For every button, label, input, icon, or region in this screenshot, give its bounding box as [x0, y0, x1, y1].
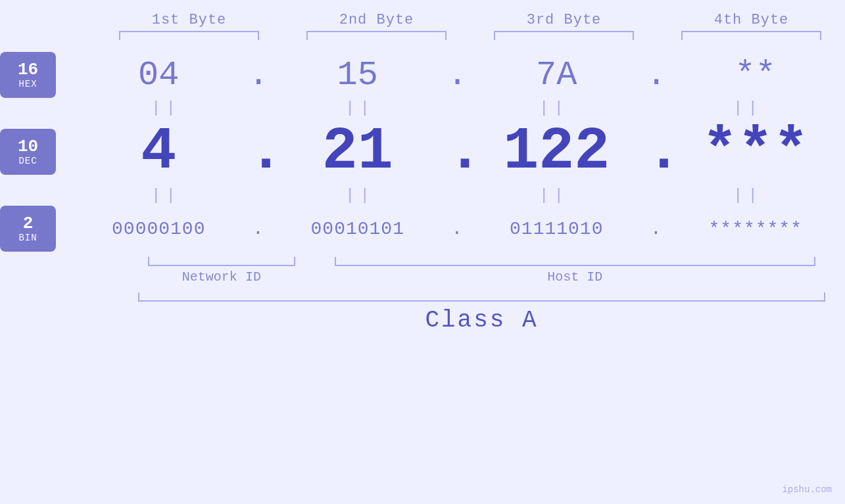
- hex-b2: 15: [268, 56, 448, 95]
- hostid-bracket-col: Host ID: [325, 257, 825, 285]
- full-bracket-row: [0, 292, 845, 302]
- class-spacer: [69, 307, 125, 334]
- hex-b3: 7A: [467, 56, 646, 95]
- bin-row-group: 2 BIN 00000100 . 00010101 . 01111010 . *…: [0, 206, 845, 252]
- byte-headers: 1st Byte 2nd Byte 3rd Byte 4th Byte: [0, 12, 845, 28]
- dec-badge-number: 10: [18, 137, 38, 156]
- bin-b2: 00010101: [268, 219, 448, 239]
- top-bracket-row: [0, 31, 845, 40]
- class-label-row: Class A: [0, 307, 845, 334]
- bin-badge-label: BIN: [18, 233, 37, 243]
- bin-b4: ********: [666, 219, 846, 239]
- bracket-top-3: [494, 31, 635, 40]
- hex-b4: **: [666, 56, 846, 95]
- dec-b3: 122: [467, 118, 646, 185]
- watermark: ipshu.com: [782, 484, 832, 495]
- bottom-brackets-inner: Network ID Host ID: [138, 257, 825, 285]
- eq2-c2: ||: [263, 187, 457, 204]
- hex-dot2: .: [447, 56, 467, 95]
- bin-badge: 2 BIN: [0, 206, 56, 252]
- bracket-cell-1: [95, 31, 283, 40]
- bin-b1: 00000100: [69, 219, 249, 239]
- bracket-cell-2: [283, 31, 470, 40]
- eq1-c3: ||: [457, 99, 651, 117]
- hex-badge: 16 HEX: [0, 52, 56, 98]
- full-bracket: [138, 292, 825, 302]
- eq2-c4: ||: [651, 187, 845, 204]
- bottom-brackets-row: Network ID Host ID: [0, 257, 845, 285]
- hex-values-row: 04 . 15 . 7A . **: [69, 56, 845, 95]
- class-label: Class A: [138, 307, 825, 334]
- hostid-bracket: [335, 257, 815, 266]
- eq1-c4: ||: [651, 99, 845, 117]
- dec-dot2: .: [447, 118, 467, 185]
- gap: [305, 257, 325, 285]
- host-id-label: Host ID: [547, 269, 602, 285]
- bin-badge-number: 2: [23, 214, 34, 233]
- hex-badge-number: 16: [18, 60, 38, 80]
- bracket-top-1: [119, 31, 260, 40]
- hex-badge-label: HEX: [18, 79, 37, 89]
- hex-dot3: .: [646, 56, 666, 95]
- byte4-header: 4th Byte: [658, 12, 845, 28]
- hex-b1: 04: [69, 56, 249, 95]
- bin-values-row: 00000100 . 00010101 . 01111010 . *******…: [69, 219, 845, 239]
- dec-dot1: .: [249, 118, 268, 185]
- full-bracket-spacer: [69, 292, 125, 302]
- bin-dot3: .: [646, 219, 666, 239]
- bottom-spacer: [69, 257, 125, 285]
- bracket-cell-3: [470, 31, 658, 40]
- bin-dot2: .: [447, 219, 467, 239]
- eq2-c1: ||: [69, 187, 263, 204]
- netid-bracket-col: Network ID: [138, 257, 305, 285]
- hex-row-group: 16 HEX 04 . 15 . 7A . **: [0, 52, 845, 98]
- dec-dot3: .: [646, 118, 666, 185]
- network-id-label: Network ID: [182, 269, 261, 285]
- netid-bracket: [148, 257, 295, 266]
- dec-values-row: 4 . 21 . 122 . ***: [69, 118, 845, 185]
- equals-row-1: || || || ||: [0, 99, 845, 117]
- bin-dot1: .: [249, 219, 268, 239]
- dec-b1: 4: [69, 118, 249, 185]
- byte2-header: 2nd Byte: [283, 12, 470, 28]
- dec-badge-label: DEC: [18, 156, 37, 166]
- equals-row-2: || || || ||: [0, 187, 845, 204]
- dec-b4: ***: [666, 118, 846, 185]
- dec-row-group: 10 DEC 4 . 21 . 122 . ***: [0, 118, 845, 185]
- bracket-top-4: [681, 31, 822, 40]
- dec-badge: 10 DEC: [0, 129, 56, 175]
- byte1-header: 1st Byte: [95, 12, 283, 28]
- bracket-cell-4: [658, 31, 845, 40]
- eq1-c2: ||: [263, 99, 457, 117]
- hex-dot1: .: [249, 56, 268, 95]
- bin-b3: 01111010: [467, 219, 646, 239]
- eq1-c1: ||: [69, 99, 263, 117]
- main-container: 1st Byte 2nd Byte 3rd Byte 4th Byte 16 H…: [0, 0, 845, 504]
- byte3-header: 3rd Byte: [470, 12, 658, 28]
- bracket-top-2: [306, 31, 447, 40]
- eq2-c3: ||: [457, 187, 651, 204]
- dec-b2: 21: [268, 118, 448, 185]
